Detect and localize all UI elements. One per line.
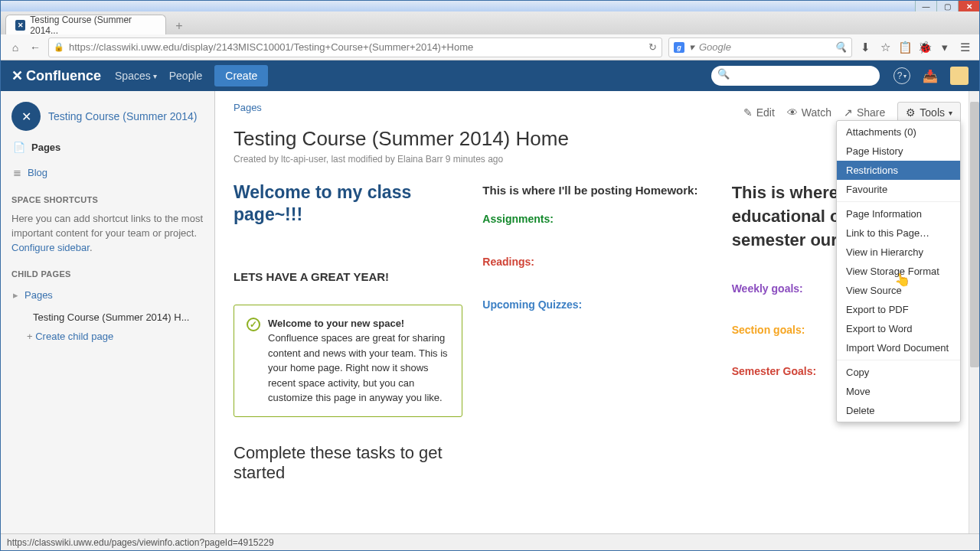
nav-spaces[interactable]: Spaces ▾	[115, 70, 157, 82]
confluence-logo[interactable]: ✕ Confluence	[11, 67, 101, 84]
tools-menu-item-copy[interactable]: Copy	[837, 363, 960, 382]
create-button[interactable]: Create	[214, 65, 268, 86]
watch-label: Watch	[802, 106, 831, 119]
back-icon[interactable]: ←	[28, 41, 42, 54]
eye-icon: 👁	[787, 106, 798, 119]
new-tab-button[interactable]: +	[171, 18, 188, 34]
tools-menu-item-restrictions[interactable]: Restrictions	[837, 161, 960, 180]
help-icon[interactable]: ?▾	[893, 67, 910, 84]
gear-icon: ⚙	[906, 106, 916, 119]
page-icon: ▸	[13, 289, 18, 301]
menu-separator	[837, 201, 960, 202]
tools-menu-item-link-to-this-page[interactable]: Link to this Page…	[837, 223, 960, 243]
sidebar-blog-label: Blog	[28, 167, 47, 178]
search-icon[interactable]: 🔍	[835, 41, 847, 53]
confluence-favicon-icon: ✕	[15, 20, 25, 31]
url-text: https://classwiki.uww.edu/display/2143MI…	[69, 41, 473, 53]
tools-label: Tools	[920, 106, 945, 119]
scrollbar-thumb[interactable]	[970, 102, 979, 367]
edit-button[interactable]: ✎ Edit	[743, 106, 775, 119]
browser-tab-active[interactable]: ✕ Testing Course (Summer 2014...	[5, 15, 166, 34]
share-button[interactable]: ↗ Share	[844, 106, 885, 119]
sidebar-child-current[interactable]: Testing Course (Summer 2014) H...	[11, 311, 204, 323]
share-label: Share	[857, 106, 885, 119]
tools-menu-item-page-history[interactable]: Page History	[837, 142, 960, 161]
tools-menu-item-export-to-word[interactable]: Export to Word	[837, 319, 960, 338]
tools-menu-item-view-in-hierarchy[interactable]: View in Hierarchy	[837, 243, 960, 262]
confluence-search-input[interactable]	[711, 66, 880, 86]
sidebar-item-blog[interactable]: ≣ Blog	[11, 164, 204, 181]
check-icon: ✓	[247, 318, 260, 331]
window-close-button[interactable]: ✕	[958, 1, 979, 11]
home-icon[interactable]: ⌂	[8, 41, 22, 54]
window-titlebar: — ▢ ✕	[1, 1, 979, 11]
sidebar-pages-label: Pages	[31, 142, 60, 153]
blog-icon: ≣	[13, 167, 21, 178]
lock-icon: 🔒	[54, 42, 64, 52]
vertical-scrollbar[interactable]	[969, 91, 979, 533]
sidebar-child-pages-label: Pages	[24, 289, 53, 301]
share-icon: ↗	[844, 106, 853, 119]
pages-icon: 📄	[13, 142, 25, 153]
confluence-search[interactable]	[711, 66, 880, 86]
sidebar-child-header: CHILD PAGES	[11, 269, 204, 279]
great-year-text: LETS HAVE A GREAT YEAR!	[234, 270, 462, 283]
tools-menu-item-favourite[interactable]: Favourite	[837, 180, 960, 199]
panel-text: Confluence spaces are great for sharing …	[268, 332, 448, 403]
cursor-icon: 👆	[893, 270, 911, 289]
clipboard-icon[interactable]: 📋	[898, 41, 912, 54]
browser-search-input[interactable]: g ▾ Google 🔍	[668, 37, 852, 57]
hamburger-icon[interactable]: ☰	[958, 41, 972, 54]
space-header[interactable]: ✕ Testing Course (Summer 2014)	[11, 102, 204, 131]
browser-toolbar: ⌂ ← 🔒 https://classwiki.uww.edu/display/…	[1, 34, 979, 60]
tasks-heading: Complete these tasks to get started	[234, 443, 462, 483]
sidebar-shortcuts-text: Here you can add shortcut links to the m…	[11, 213, 203, 239]
tools-menu-item-page-information[interactable]: Page Information	[837, 204, 960, 223]
chevron-down-icon: ▾	[153, 72, 157, 80]
create-child-page[interactable]: + Create child page	[11, 331, 204, 342]
welcome-heading: Welcome to my class page~!!!	[234, 181, 462, 226]
tools-menu-item-delete[interactable]: Delete	[837, 401, 960, 420]
main-content: Pages ✎ Edit 👁 Watch ↗ Share ⚙ Tools ▾	[215, 91, 979, 533]
inbox-icon[interactable]: 📥	[923, 69, 938, 83]
info-panel: ✓ Welcome to your new space! Confluence …	[234, 305, 462, 417]
tools-menu-item-move[interactable]: Move	[837, 382, 960, 401]
watch-button[interactable]: 👁 Watch	[787, 106, 831, 119]
nav-people[interactable]: People	[169, 70, 203, 82]
google-icon: g	[674, 42, 684, 53]
url-input[interactable]: 🔒 https://classwiki.uww.edu/display/2143…	[48, 37, 662, 57]
search-placeholder: Google	[699, 41, 731, 53]
panel-body: Welcome to your new space! Confluence sp…	[268, 316, 449, 406]
homework-intro: This is where I'll be posting Homework:	[482, 181, 711, 199]
browser-window: — ▢ ✕ ✕ Testing Course (Summer 2014... +…	[0, 0, 980, 551]
confluence-nav: Spaces ▾ People Create	[115, 65, 268, 86]
nav-people-label: People	[169, 70, 203, 82]
bookmarks-icon[interactable]: ☆	[878, 41, 892, 54]
configure-sidebar-link[interactable]: Configure sidebar	[11, 242, 90, 253]
extension-icon[interactable]: 🐞	[918, 41, 932, 54]
window-minimize-button[interactable]: —	[915, 1, 936, 11]
confluence-header: ✕ Confluence Spaces ▾ People Create ?▾ 📥	[1, 60, 979, 91]
window-maximize-button[interactable]: ▢	[936, 1, 958, 11]
tools-menu-item-export-to-pdf[interactable]: Export to PDF	[837, 300, 960, 319]
pencil-icon: ✎	[743, 106, 753, 119]
tab-title: Testing Course (Summer 2014...	[30, 15, 156, 36]
downloads-icon[interactable]: ⬇	[858, 41, 872, 54]
panel-title: Welcome to your new space!	[268, 318, 404, 329]
sidebar-shortcuts-note: Here you can add shortcut links to the m…	[11, 212, 204, 256]
space-icon: ✕	[11, 102, 41, 131]
tools-menu-item-attachments-0[interactable]: Attachments (0)	[837, 122, 960, 142]
create-button-label: Create	[225, 70, 257, 82]
column-middle: This is where I'll be posting Homework: …	[482, 181, 711, 483]
tools-menu-item-import-word-document[interactable]: Import Word Document	[837, 338, 960, 357]
dropdown-icon[interactable]: ▾	[938, 41, 952, 54]
nav-spaces-label: Spaces	[115, 70, 151, 82]
sidebar-shortcuts-header: SPACE SHORTCUTS	[11, 195, 204, 204]
sidebar-item-pages[interactable]: 📄 Pages	[11, 139, 204, 156]
space-name: Testing Course (Summer 2014)	[48, 110, 198, 122]
sidebar: ✕ Testing Course (Summer 2014) 📄 Pages ≣…	[1, 91, 215, 533]
reload-icon[interactable]: ↻	[648, 41, 657, 53]
sidebar-child-pages[interactable]: ▸ Pages	[11, 286, 204, 304]
user-avatar[interactable]	[950, 67, 969, 85]
column-left: Welcome to my class page~!!! LETS HAVE A…	[234, 181, 462, 483]
